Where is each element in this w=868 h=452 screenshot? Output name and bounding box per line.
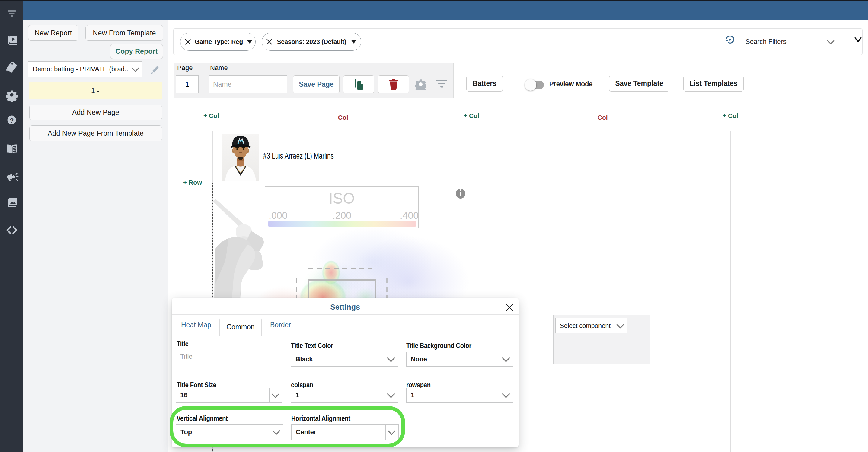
svg-text:?: ?	[10, 117, 14, 124]
svg-text:.200: .200	[333, 210, 351, 221]
svg-text:.400: .400	[400, 210, 418, 221]
svg-text:.000: .000	[269, 210, 287, 221]
svg-text:ISO: ISO	[329, 190, 354, 207]
